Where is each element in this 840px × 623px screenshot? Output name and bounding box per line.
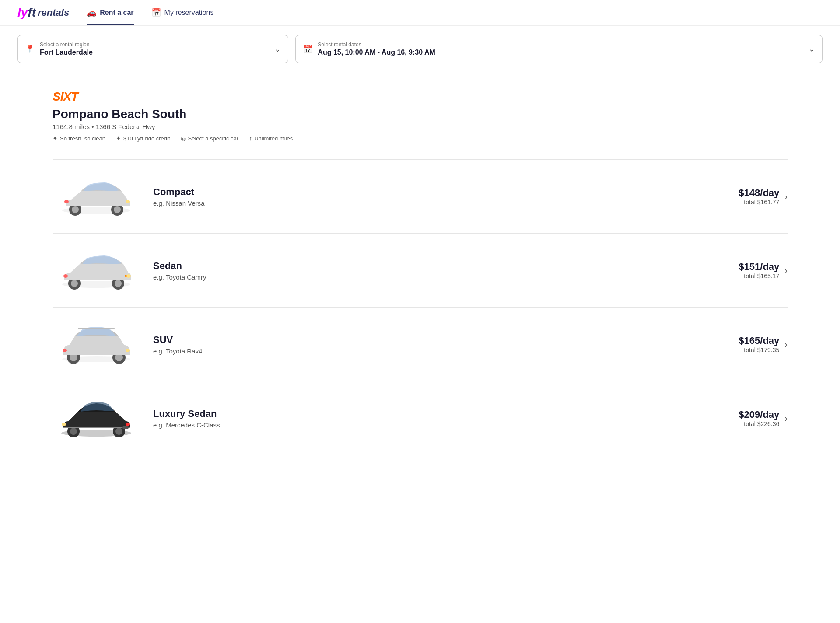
calendar-dates-icon: 📅 xyxy=(303,44,312,54)
svg-point-2 xyxy=(72,206,79,213)
car-pricing-suv: $165/day total $179.35 › xyxy=(738,335,788,354)
dates-field-value: Aug 15, 10:00 AM - Aug 16, 9:30 AM xyxy=(318,49,435,56)
car-image-sedan xyxy=(52,244,140,297)
car-example-compact: e.g. Nissan Versa xyxy=(153,200,725,207)
car-category-compact: Compact xyxy=(153,186,725,198)
feature-unlimited-miles-text: Unlimited miles xyxy=(254,135,293,142)
svg-rect-28 xyxy=(63,427,130,428)
nav-item-rent-a-car[interactable]: 🚗 Rent a car xyxy=(87,0,133,25)
nav-my-reservations-label: My reservations xyxy=(164,9,214,17)
car-example-luxury-sedan: e.g. Mercedes C-Class xyxy=(153,421,725,429)
car-price-details-compact: $148/day total $161.77 xyxy=(738,187,779,206)
car-price-per-day-luxury-sedan: $209/day xyxy=(738,409,779,420)
svg-point-4 xyxy=(114,206,121,213)
svg-point-5 xyxy=(126,200,130,203)
region-field-label: Select a rental region xyxy=(40,42,269,48)
svg-point-6 xyxy=(64,200,69,203)
car-arrow-compact: › xyxy=(784,192,788,202)
provider-street: 1366 S Federal Hwy xyxy=(96,123,155,130)
car-example-suv: e.g. Toyota Rav4 xyxy=(153,347,725,355)
feature-specific-car-text: Select a specific car xyxy=(188,135,239,142)
region-selector[interactable]: 📍 Select a rental region Fort Lauderdale… xyxy=(18,35,288,63)
car-category-sedan: Sedan xyxy=(153,260,725,272)
car-svg-luxury-sedan xyxy=(57,396,136,440)
car-price-details-sedan: $151/day total $165.17 xyxy=(738,261,779,280)
car-list: Compact e.g. Nissan Versa $148/day total… xyxy=(52,159,788,455)
svg-rect-31 xyxy=(122,426,129,429)
provider-logo: SIXT xyxy=(52,90,788,104)
car-info-suv: SUV e.g. Toyota Rav4 xyxy=(140,334,738,355)
provider-address-separator: • xyxy=(91,123,95,130)
region-chevron-down-icon: ⌄ xyxy=(274,44,281,54)
target-icon: ◎ xyxy=(181,135,186,142)
car-arrow-luxury-sedan: › xyxy=(784,413,788,424)
car-price-total-luxury-sedan: total $226.36 xyxy=(738,420,779,427)
car-category-luxury-sedan: Luxury Sedan xyxy=(153,408,725,420)
car-example-sedan: e.g. Toyota Camry xyxy=(153,273,725,281)
feature-lyft-credit: ✦ $10 Lyft ride credit xyxy=(116,135,170,142)
car-image-suv xyxy=(52,318,140,371)
provider-distance: 1164.8 miles xyxy=(52,123,90,130)
svg-point-11 xyxy=(115,280,122,287)
svg-point-13 xyxy=(126,274,131,278)
car-arrow-sedan: › xyxy=(784,266,788,276)
car-price-details-suv: $165/day total $179.35 xyxy=(738,335,779,354)
logo-lyft-text: lyft xyxy=(18,6,36,20)
main-content: SIXT Pompano Beach South 1164.8 miles • … xyxy=(0,72,840,473)
sparkle-icon: ✦ xyxy=(52,135,58,142)
svg-rect-20 xyxy=(78,328,115,329)
calendar-icon: 📅 xyxy=(151,8,161,18)
svg-point-21 xyxy=(126,349,130,352)
svg-point-29 xyxy=(126,423,130,426)
search-bar: 📍 Select a rental region Fort Lauderdale… xyxy=(0,26,840,72)
car-image-compact xyxy=(52,170,140,223)
svg-point-25 xyxy=(70,428,77,435)
feature-specific-car: ◎ Select a specific car xyxy=(181,135,239,142)
provider-address: 1164.8 miles • 1366 S Federal Hwy xyxy=(52,123,788,130)
nav-rent-a-car-label: Rent a car xyxy=(100,9,133,17)
infinity-icon: ↕ xyxy=(249,135,252,142)
provider-name: Pompano Beach South xyxy=(52,107,788,121)
feature-unlimited-miles: ↕ Unlimited miles xyxy=(249,135,293,142)
nav-item-my-reservations[interactable]: 📅 My reservations xyxy=(151,0,214,25)
car-svg-compact xyxy=(57,175,136,218)
car-price-total-suv: total $179.35 xyxy=(738,346,779,354)
car-icon: 🚗 xyxy=(87,8,96,18)
svg-point-27 xyxy=(116,428,122,435)
car-price-per-day-compact: $148/day xyxy=(738,187,779,199)
car-info-sedan: Sedan e.g. Toyota Camry xyxy=(140,260,738,281)
car-pricing-compact: $148/day total $161.77 › xyxy=(738,187,788,206)
car-pricing-sedan: $151/day total $165.17 › xyxy=(738,261,788,280)
dates-field-content: Select rental dates Aug 15, 10:00 AM - A… xyxy=(318,42,803,56)
car-svg-suv xyxy=(57,322,136,366)
logo-rentals-text: rentals xyxy=(38,7,69,18)
dates-selector[interactable]: 📅 Select rental dates Aug 15, 10:00 AM -… xyxy=(295,35,822,63)
header: lyft rentals 🚗 Rent a car 📅 My reservati… xyxy=(0,0,840,26)
car-item-sedan[interactable]: Sedan e.g. Toyota Camry $151/day total $… xyxy=(52,234,788,308)
car-price-per-day-sedan: $151/day xyxy=(738,261,779,273)
car-svg-sedan xyxy=(57,248,136,292)
dates-field-label: Select rental dates xyxy=(318,42,803,48)
car-category-suv: SUV xyxy=(153,334,725,346)
main-nav: 🚗 Rent a car 📅 My reservations xyxy=(87,0,214,25)
svg-point-22 xyxy=(63,349,67,352)
car-info-luxury-sedan: Luxury Sedan e.g. Mercedes C-Class xyxy=(140,408,738,429)
svg-point-14 xyxy=(63,274,68,278)
car-price-details-luxury-sedan: $209/day total $226.36 xyxy=(738,409,779,427)
location-pin-icon: 📍 xyxy=(25,44,35,54)
feature-fresh: ✦ So fresh, so clean xyxy=(52,135,105,142)
sparkle2-icon: ✦ xyxy=(116,135,121,142)
car-pricing-luxury-sedan: $209/day total $226.36 › xyxy=(738,409,788,427)
region-field-content: Select a rental region Fort Lauderdale xyxy=(40,42,269,56)
car-item-luxury-sedan[interactable]: Luxury Sedan e.g. Mercedes C-Class $209/… xyxy=(52,382,788,455)
car-item-suv[interactable]: SUV e.g. Toyota Rav4 $165/day total $179… xyxy=(52,308,788,382)
provider-features: ✦ So fresh, so clean ✦ $10 Lyft ride cre… xyxy=(52,135,788,142)
car-item-compact[interactable]: Compact e.g. Nissan Versa $148/day total… xyxy=(52,159,788,234)
svg-point-9 xyxy=(71,280,78,287)
logo[interactable]: lyft rentals xyxy=(18,6,69,20)
car-arrow-suv: › xyxy=(784,340,788,350)
dates-chevron-down-icon: ⌄ xyxy=(808,44,815,54)
car-price-per-day-suv: $165/day xyxy=(738,335,779,346)
car-price-total-sedan: total $165.17 xyxy=(738,273,779,280)
provider-section: SIXT Pompano Beach South 1164.8 miles • … xyxy=(52,90,788,142)
